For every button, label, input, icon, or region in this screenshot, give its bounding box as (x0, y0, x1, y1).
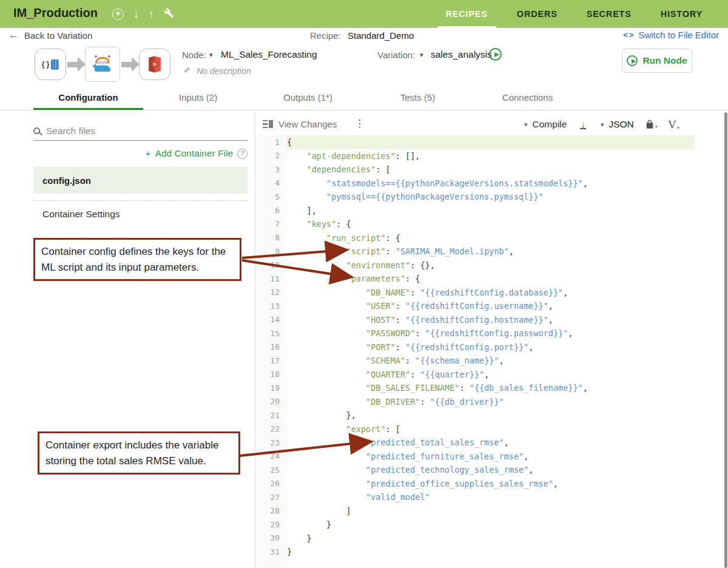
line-number: 22 (255, 424, 287, 433)
lock-icon[interactable]: ▾ (645, 120, 658, 129)
code-line: 28 ] (255, 504, 728, 518)
version-select[interactable]: V ▾ (669, 118, 679, 130)
code-line-text: "DB_NAME": "{{redshiftConfig.database}}"… (287, 286, 695, 300)
run-node-button[interactable]: Run Node (622, 49, 692, 73)
wrench-icon[interactable] (164, 8, 174, 21)
line-number: 3 (255, 165, 287, 174)
file-item-config-json[interactable]: config.json (33, 167, 248, 194)
annotation-callout-export: Container export includes the variable s… (38, 431, 240, 475)
top-app-bar: IM_Production + ↓ ↑ RECIPESORDERSSECRETS… (0, 0, 728, 28)
node-name[interactable]: ML_Sales_Forecasting (221, 49, 317, 60)
line-number: 31 (255, 547, 287, 556)
line-number: 14 (255, 315, 287, 324)
add-container-file-button[interactable]: + Add Container File ? (33, 148, 248, 159)
node-source-icon[interactable]: { } (35, 49, 66, 80)
code-line: 31} (255, 545, 728, 559)
line-number: 19 (255, 384, 287, 393)
code-line-text: "predicted_total_sales_rmse", (287, 436, 695, 450)
upload-arrow-icon[interactable]: ↑ (149, 8, 154, 20)
code-line: 9 "script": "SARIMA_ML_Model.ipynb", (255, 245, 728, 259)
container-settings-link[interactable]: Container Settings (42, 209, 120, 220)
code-line: 23 "predicted_total_sales_rmse", (255, 436, 728, 450)
node-description: No description (197, 66, 251, 76)
chevron-down-icon[interactable]: ▾ (524, 121, 528, 129)
code-editor-panel: View Changes ⋮ ▾ Compile ↓ ▾ JSON ▾ V ▾ … (255, 112, 728, 568)
tab-configuration[interactable]: Configuration (33, 85, 143, 110)
line-number: 21 (255, 411, 287, 420)
code-line-text: "run_script": { (287, 231, 695, 245)
line-number: 11 (255, 274, 287, 283)
code-line-text: "parameters": { (287, 272, 695, 286)
chevron-down-icon[interactable]: ▾ (601, 121, 604, 129)
line-number: 18 (255, 370, 287, 379)
download-icon[interactable]: ↓ (580, 120, 586, 129)
chevron-down-icon[interactable]: ▾ (420, 51, 423, 59)
line-number: 13 (255, 302, 287, 311)
code-line-text: "pymssql=={{pythonPackageVersions.pymssq… (287, 190, 695, 204)
help-icon[interactable]: ? (237, 149, 248, 159)
code-line: 10 "environment": {}, (255, 259, 728, 272)
node-jupyter-icon[interactable]: jupyter (85, 47, 120, 82)
tab-tests-5[interactable]: Tests (5) (363, 85, 473, 110)
download-arrow-icon[interactable]: ↓ (133, 8, 139, 20)
play-variation-icon[interactable] (489, 48, 502, 61)
chevron-down-icon[interactable]: ▾ (209, 51, 213, 59)
code-line: 29 } (255, 518, 728, 532)
header-tab-history[interactable]: HISTORY (646, 0, 717, 28)
tab-connections[interactable]: Connections (473, 85, 582, 110)
code-line: 4 "statsmodels=={{pythonPackageVersions.… (255, 177, 728, 191)
code-line-text: ], (287, 204, 695, 218)
line-number: 25 (255, 465, 287, 475)
code-line: 22 "export": [ (255, 422, 728, 436)
code-line: 25 "predicted_technology_sales_rmse", (255, 463, 728, 477)
code-line-text: "PASSWORD": "{{redshiftConfig.password}}… (287, 326, 695, 340)
code-line-text: "HOST": "{{redshiftConfig.hostname}}", (287, 313, 695, 327)
code-line: 20 "DB_DRIVER": "{{db_driver}}" (255, 395, 728, 409)
editor-toolbar-right: ▾ Compile ↓ ▾ JSON ▾ V ▾ (524, 118, 679, 130)
node-redshift-icon[interactable] (139, 49, 170, 80)
compile-button[interactable]: Compile (533, 119, 567, 130)
line-number: 7 (255, 220, 287, 229)
code-line-text: "valid_model" (287, 490, 695, 504)
switch-to-file-editor-link[interactable]: <> Switch to File Editor (623, 30, 719, 40)
code-line: 12 "DB_NAME": "{{redshiftConfig.database… (255, 286, 728, 300)
code-line-text: } (287, 518, 695, 532)
pencil-icon[interactable]: ✎ (182, 67, 191, 73)
code-line: 24 "predicted_furniture_sales_rmse", (255, 450, 728, 464)
format-select[interactable]: JSON (608, 119, 633, 130)
code-line-text: } (287, 532, 695, 546)
line-number: 30 (255, 533, 287, 543)
code-line-text: }, (287, 408, 695, 422)
add-icon[interactable]: + (112, 8, 124, 20)
kebab-menu-icon[interactable]: ⋮ (354, 117, 365, 130)
line-number: 2 (255, 151, 287, 160)
tab-inputs-2[interactable]: Inputs (2) (143, 85, 253, 110)
back-arrow-icon[interactable]: ← (8, 29, 19, 41)
header-tab-secrets[interactable]: SECRETS (572, 0, 646, 28)
docker-whale-icon (95, 66, 110, 72)
header-tab-recipes[interactable]: RECIPES (431, 0, 502, 28)
code-line: 7 "keys": { (255, 217, 728, 231)
view-changes-control[interactable]: View Changes (263, 119, 337, 129)
search-icon (33, 127, 40, 134)
tab-outputs-1[interactable]: Outputs (1*) (253, 85, 363, 110)
divider (0, 110, 728, 110)
code-line-text: "predicted_office_supplies_sales_rmse", (287, 477, 695, 491)
plus-icon: + (146, 148, 151, 159)
recipe-label: Recipe: (310, 30, 341, 41)
back-to-variation-link[interactable]: Back to Variation (24, 30, 92, 41)
header-tab-orders[interactable]: ORDERS (502, 0, 572, 28)
code-line-text: "export": [ (287, 422, 695, 436)
line-number: 4 (255, 178, 287, 188)
line-number: 17 (255, 356, 287, 365)
search-input[interactable] (46, 126, 248, 137)
code-line-text: "keys": { (287, 217, 695, 231)
code-content[interactable]: 1{2 "apt-dependencies": [],3 "dependenci… (255, 135, 728, 559)
redshift-icon (146, 55, 164, 74)
code-line: 3 "dependencies": [ (255, 163, 728, 177)
variation-value[interactable]: sales_analysis (431, 49, 492, 60)
line-number: 1 (255, 138, 287, 147)
file-search (33, 121, 248, 141)
scrollbar[interactable] (724, 112, 727, 568)
line-number: 24 (255, 451, 287, 461)
